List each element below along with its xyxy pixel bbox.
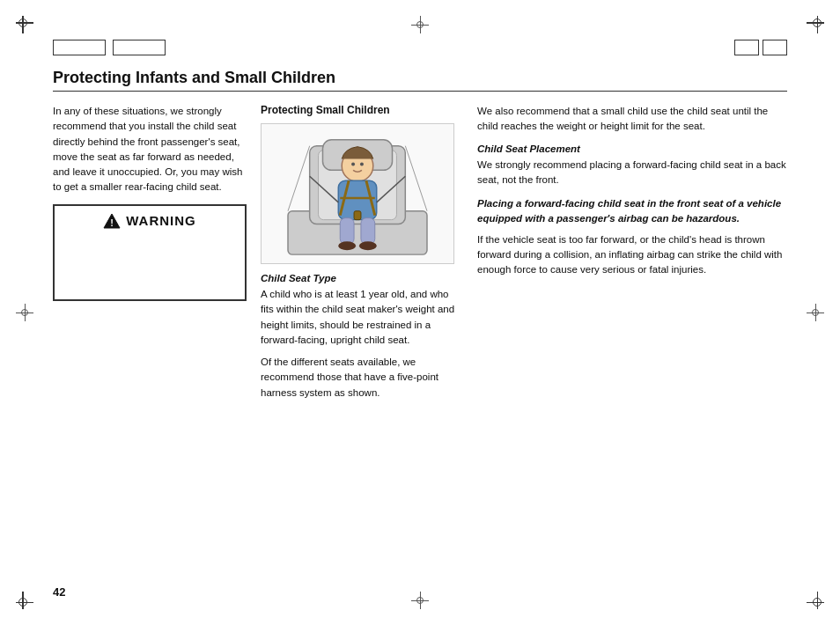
header-box-small-2 xyxy=(763,40,787,55)
col-left: In any of these situations, we strongly … xyxy=(53,104,247,572)
page: Protecting Infants and Small Children In… xyxy=(0,0,840,625)
svg-point-17 xyxy=(359,241,377,250)
warning-label: WARNING xyxy=(126,213,196,228)
col-middle: Protecting Small Children xyxy=(261,104,463,572)
header-box-2 xyxy=(113,40,166,55)
title-rule xyxy=(53,91,787,92)
svg-point-8 xyxy=(360,162,364,165)
warning-box: ! WARNING xyxy=(53,204,247,301)
child-seat-image xyxy=(261,123,454,264)
header-boxes-right xyxy=(734,40,787,55)
page-number: 42 xyxy=(53,585,65,599)
crosshair-right xyxy=(807,304,824,321)
hazard-text: If the vehicle seat is too far forward, … xyxy=(477,232,787,278)
reg-mark-top-left xyxy=(16,16,33,33)
header-area xyxy=(53,40,787,55)
svg-rect-13 xyxy=(354,211,361,220)
five-point-text: Of the different seats available, we rec… xyxy=(261,355,463,401)
page-title: Protecting Infants and Small Children xyxy=(53,69,787,87)
child-seat-placement-title: Child Seat Placement xyxy=(477,143,787,154)
col-right: We also recommend that a small child use… xyxy=(477,104,787,572)
svg-line-20 xyxy=(288,146,310,211)
child-seat-type-title: Child Seat Type xyxy=(261,273,463,283)
crosshair-left xyxy=(16,304,33,321)
svg-point-16 xyxy=(338,241,356,250)
crosshair-top xyxy=(411,16,429,33)
left-col-text: In any of these situations, we strongly … xyxy=(53,104,247,195)
child-seat-type-text: A child who is at least 1 year old, and … xyxy=(261,287,463,348)
child-seat-illustration xyxy=(262,124,453,263)
warning-triangle-icon: ! xyxy=(103,213,121,229)
reg-mark-bottom-right xyxy=(807,592,824,609)
right-col-intro: We also recommend that a small child use… xyxy=(477,104,787,135)
reg-mark-bottom-left xyxy=(16,592,33,609)
header-box-1 xyxy=(53,40,106,55)
content-area: In any of these situations, we strongly … xyxy=(53,104,787,572)
svg-point-7 xyxy=(351,162,355,165)
svg-text:!: ! xyxy=(110,217,114,228)
title-section: Protecting Infants and Small Children xyxy=(53,69,787,92)
warning-italic-text: Placing a forward-facing child seat in t… xyxy=(477,196,787,227)
header-box-small-1 xyxy=(734,40,759,55)
svg-line-21 xyxy=(405,146,427,211)
protecting-small-children-title: Protecting Small Children xyxy=(261,104,463,116)
svg-rect-14 xyxy=(340,218,354,245)
svg-rect-15 xyxy=(361,218,375,245)
placement-text: We strongly recommend placing a forward-… xyxy=(477,158,787,188)
header-boxes-left xyxy=(53,40,166,55)
warning-header: ! WARNING xyxy=(63,213,236,229)
crosshair-bottom xyxy=(411,592,429,609)
reg-mark-top-right xyxy=(807,16,824,33)
